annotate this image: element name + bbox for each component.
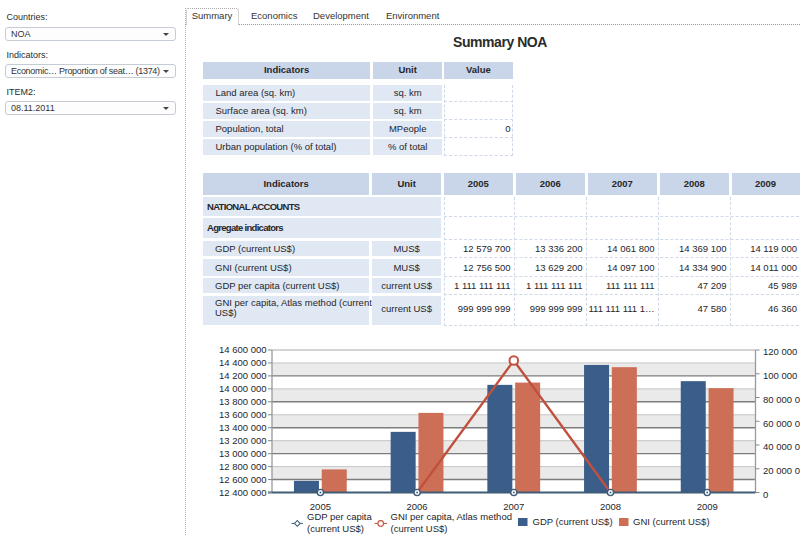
svg-text:(current US$): (current US$) [391,523,448,534]
svg-text:GNI per capita, Atlas method: GNI per capita, Atlas method [391,511,512,522]
svg-text:GDP per capita: GDP per capita [307,511,372,522]
svg-text:2008: 2008 [600,501,621,512]
svg-text:120 000 000: 120 000 000 [763,346,800,357]
svg-text:13 400 000: 13 400 000 [219,422,267,433]
svg-text:2009: 2009 [697,501,718,512]
svg-text:40 000 000: 40 000 000 [763,441,800,452]
svg-text:13 800 000: 13 800 000 [219,396,267,407]
svg-text:(current US$): (current US$) [307,523,364,534]
svg-text:60 000 000: 60 000 000 [763,418,800,429]
svg-text:0: 0 [763,489,768,500]
svg-text:80 000 000: 80 000 000 [763,394,800,405]
svg-text:20 000 000: 20 000 000 [763,465,800,476]
svg-text:12 600 000: 12 600 000 [219,474,267,485]
svg-text:14 600 000: 14 600 000 [219,344,267,355]
svg-text:13 200 000: 13 200 000 [219,435,267,446]
svg-text:GDP (current US$): GDP (current US$) [533,516,613,527]
svg-text:GNI (current US$): GNI (current US$) [633,516,710,527]
svg-text:14 200 000: 14 200 000 [219,370,267,381]
svg-text:14 400 000: 14 400 000 [219,357,267,368]
svg-text:100 000 000: 100 000 000 [763,370,800,381]
svg-text:12 400 000: 12 400 000 [219,487,267,498]
svg-text:13 000 000: 13 000 000 [219,448,267,459]
svg-text:14 000 000: 14 000 000 [219,383,267,394]
svg-text:13 600 000: 13 600 000 [219,409,267,420]
svg-text:12 800 000: 12 800 000 [219,461,267,472]
